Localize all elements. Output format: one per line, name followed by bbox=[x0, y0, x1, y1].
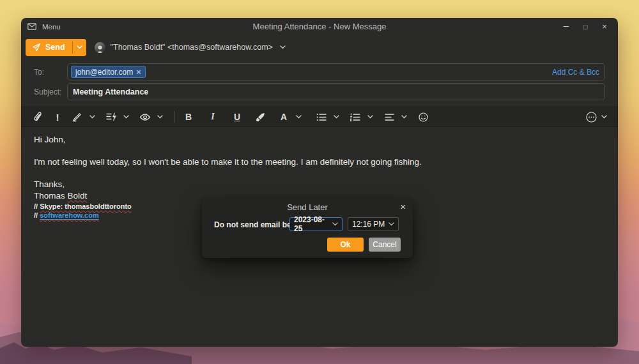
website-link[interactable]: softwarehow.com bbox=[40, 211, 99, 219]
send-label: Send bbox=[45, 43, 65, 52]
font-color-caret[interactable] bbox=[296, 115, 304, 119]
recipient-chip[interactable]: john@editor.com × bbox=[71, 66, 146, 78]
quick-text-icon bbox=[106, 112, 117, 121]
numbered-list-button[interactable] bbox=[348, 109, 363, 125]
tracking-caret[interactable] bbox=[157, 115, 165, 119]
chevron-down-icon bbox=[601, 115, 607, 119]
minimize-button[interactable]: – bbox=[557, 18, 576, 35]
to-row: To: john@editor.com × Add Cc & Bcc bbox=[21, 63, 618, 80]
chevron-down-icon bbox=[401, 115, 407, 119]
to-label: To: bbox=[34, 68, 44, 77]
chevron-down-icon bbox=[89, 115, 95, 119]
chevron-down-icon bbox=[280, 45, 286, 49]
emoji-icon bbox=[419, 112, 428, 122]
cancel-button[interactable]: Cancel bbox=[369, 238, 401, 252]
date-dropdown[interactable]: 2023-08-25 bbox=[289, 217, 343, 231]
bullet-list-caret[interactable] bbox=[334, 115, 341, 119]
subject-row: Subject: bbox=[21, 83, 618, 100]
chevron-down-icon bbox=[123, 115, 129, 119]
format-painter-icon bbox=[256, 112, 265, 122]
bullet-list-icon bbox=[316, 113, 327, 121]
chevron-down-icon bbox=[157, 115, 163, 119]
close-button[interactable]: × bbox=[595, 18, 614, 35]
menu-button[interactable]: Menu bbox=[21, 23, 61, 31]
bullet-list-button[interactable] bbox=[314, 109, 329, 125]
window-title: Meeting Attendance - New Message bbox=[21, 22, 618, 31]
tracking-eye-icon bbox=[139, 113, 151, 121]
sender-avatar bbox=[95, 42, 105, 53]
font-color-button[interactable]: A bbox=[276, 109, 291, 125]
send-row: Send "Thomas Boldt" <thomas@softwarehow.… bbox=[21, 36, 618, 58]
toolbar-separator bbox=[174, 111, 174, 123]
attachment-button[interactable] bbox=[30, 109, 45, 125]
formatting-toolbar: ! B I U bbox=[21, 107, 618, 127]
maximize-button[interactable]: □ bbox=[576, 18, 595, 35]
chevron-down-icon bbox=[334, 115, 339, 119]
more-options-icon bbox=[586, 112, 597, 123]
quick-text-button[interactable] bbox=[104, 109, 119, 125]
date-value: 2023-08-25 bbox=[294, 215, 332, 233]
time-dropdown[interactable]: 12:16 PM bbox=[348, 217, 399, 231]
body-paragraph: I'm not feeling well today, so I won't b… bbox=[34, 156, 605, 168]
chevron-down-icon bbox=[389, 222, 394, 226]
to-field[interactable]: john@editor.com × Add Cc & Bcc bbox=[67, 63, 605, 80]
send-options-caret[interactable] bbox=[73, 39, 86, 56]
underline-button[interactable]: U bbox=[229, 109, 245, 125]
attachment-icon bbox=[33, 112, 43, 122]
quick-text-caret[interactable] bbox=[123, 115, 131, 119]
align-button[interactable] bbox=[381, 109, 397, 125]
add-cc-bcc-link[interactable]: Add Cc & Bcc bbox=[552, 68, 599, 77]
subject-input[interactable] bbox=[73, 87, 599, 96]
subject-field bbox=[67, 83, 605, 100]
italic-button[interactable]: I bbox=[205, 109, 220, 125]
signature-button[interactable] bbox=[70, 109, 85, 125]
menu-label: Menu bbox=[42, 23, 61, 31]
numbered-list-icon bbox=[350, 113, 360, 121]
send-button[interactable]: Send bbox=[26, 39, 86, 56]
signature-caret[interactable] bbox=[89, 115, 97, 119]
more-options-button[interactable] bbox=[583, 109, 599, 125]
signature-thanks: Thanks, bbox=[34, 179, 605, 190]
dialog-close-icon[interactable]: × bbox=[400, 201, 406, 212]
more-options-caret[interactable] bbox=[601, 115, 609, 119]
body-greeting: Hi John, bbox=[34, 134, 605, 146]
align-caret[interactable] bbox=[401, 115, 409, 119]
from-address: "Thomas Boldt" <thomas@softwarehow.com> bbox=[111, 43, 273, 52]
bold-button[interactable]: B bbox=[181, 109, 196, 125]
align-icon bbox=[385, 113, 394, 121]
compose-window: Menu Meeting Attendance - New Message – … bbox=[21, 18, 618, 347]
emoji-button[interactable] bbox=[415, 109, 431, 125]
paper-plane-icon bbox=[32, 43, 41, 52]
ok-button[interactable]: Ok bbox=[327, 238, 364, 252]
time-value: 12:16 PM bbox=[352, 220, 385, 229]
recipient-chip-text: john@editor.com bbox=[75, 68, 133, 77]
chevron-down-icon bbox=[77, 45, 82, 49]
chevron-down-icon bbox=[367, 115, 373, 119]
importance-button[interactable]: ! bbox=[50, 109, 65, 125]
chevron-down-icon bbox=[332, 222, 338, 226]
from-selector-caret[interactable] bbox=[280, 45, 286, 49]
subject-label: Subject: bbox=[34, 87, 61, 96]
chevron-down-icon bbox=[296, 115, 302, 119]
send-later-dialog: Send Later × Do not send email before: 2… bbox=[202, 199, 413, 258]
titlebar: Menu Meeting Attendance - New Message – … bbox=[21, 18, 618, 35]
window-controls: – □ × bbox=[557, 18, 614, 35]
signature-pen-icon bbox=[72, 112, 82, 122]
dialog-title: Send Later bbox=[202, 202, 413, 212]
envelope-icon bbox=[27, 23, 36, 30]
numbered-list-caret[interactable] bbox=[367, 115, 375, 119]
tracking-button[interactable] bbox=[137, 109, 153, 125]
chip-remove-icon[interactable]: × bbox=[136, 67, 141, 77]
format-painter-button[interactable] bbox=[252, 109, 268, 125]
